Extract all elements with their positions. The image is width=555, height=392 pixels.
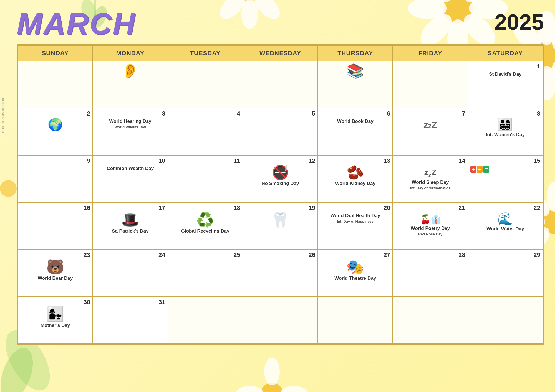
day-number: 21 <box>395 204 465 212</box>
event-icon: 👨‍👩‍👧‍👦 <box>470 118 540 131</box>
cell-0-5 <box>393 61 468 108</box>
event-label: World Oral Health Day <box>320 213 390 219</box>
cell-2-6: 15+÷= <box>468 155 543 202</box>
col-wednesday: WEDNESDAY <box>243 45 318 61</box>
day-number: 6 <box>320 110 390 117</box>
event-label: World Kidney Day <box>320 180 390 187</box>
week-row-2: 910Common Wealth Day1112🚭No Smoking Day1… <box>18 155 543 202</box>
cell-4-1: 24 <box>93 250 168 297</box>
cell-2-2: 11 <box>168 155 243 202</box>
cell-1-1: 3World Hearing DayWorld Wildlife Day <box>93 108 168 155</box>
event-label: Global Recycling Day <box>170 228 240 234</box>
event-icon: 🎭 <box>320 260 390 274</box>
day-number: 3 <box>95 110 165 117</box>
event-label: World Poetry Day <box>395 225 465 231</box>
event-icon: 🍒👔 <box>395 213 465 224</box>
col-tuesday: TUESDAY <box>168 45 243 61</box>
event-label: World Bear Day <box>20 275 90 281</box>
cell-5-2 <box>168 297 243 344</box>
day-number: 25 <box>170 251 240 259</box>
event-label: Common Wealth Day <box>95 166 165 172</box>
day-number: 18 <box>170 204 240 212</box>
cell-0-4: 📚 <box>318 61 393 108</box>
cell-0-1: 👂 <box>93 61 168 108</box>
year-title: 2025 <box>495 8 544 33</box>
week-row-4: 23🐻World Bear Day24252627🎭World Theatre … <box>18 250 543 297</box>
cell-1-3: 5 <box>243 108 318 155</box>
cell-4-2: 25 <box>168 250 243 297</box>
day-number: 28 <box>395 251 465 259</box>
cell-4-4: 27🎭World Theatre Day <box>318 250 393 297</box>
cell-0-3 <box>243 61 318 108</box>
day-number: 27 <box>320 251 390 259</box>
event-label: World Book Day <box>320 118 390 124</box>
day-number: 31 <box>95 299 165 306</box>
event-icon: 🦷 <box>245 213 315 227</box>
event-label: No Smoking Day <box>245 180 315 187</box>
event-icon: 🚭 <box>245 166 315 179</box>
day-number: 7 <box>395 110 465 117</box>
cell-1-6: 8👨‍👩‍👧‍👦Int. Women's Day <box>468 108 543 155</box>
cell-2-4: 13🫘World Kidney Day <box>318 155 393 202</box>
cell-5-4 <box>318 297 393 344</box>
col-monday: MONDAY <box>93 45 168 61</box>
cell-5-6 <box>468 297 543 344</box>
day-number: 24 <box>95 251 165 259</box>
svg-point-33 <box>236 386 264 392</box>
week-row-3: 1617🎩St. Patrick's Day18♻️Global Recycli… <box>18 202 543 250</box>
event-icon: 🫘 <box>320 166 390 179</box>
calendar-header: MARCH 2025 <box>17 6 544 43</box>
cell-0-2 <box>168 61 243 108</box>
day-number: 12 <box>245 157 315 164</box>
day-number: 11 <box>170 157 240 164</box>
event-label: World Theatre Day <box>320 275 390 281</box>
cell-3-6: 22🌊World Water Day <box>468 202 543 250</box>
event-icon: 📚 <box>320 64 390 78</box>
cell-2-1: 10Common Wealth Day <box>93 155 168 202</box>
event-label: Red Nose Day <box>395 232 465 236</box>
day-number: 29 <box>470 251 540 259</box>
cell-4-6: 29 <box>468 250 543 297</box>
event-icon: 👂 <box>95 64 165 78</box>
svg-point-30 <box>264 358 280 385</box>
day-number: 19 <box>245 204 315 212</box>
day-number: 9 <box>20 157 90 164</box>
event-label: Mother's Day <box>20 322 90 329</box>
cell-1-0: 2🌍 <box>18 108 93 155</box>
event-label: Int. Women's Day <box>470 132 540 138</box>
week-row-0: 👂📚1St David's Day <box>18 61 543 108</box>
calendar-table-wrapper: SUNDAY MONDAY TUESDAY WEDNESDAY THURSDAY… <box>17 44 544 345</box>
col-saturday: SATURDAY <box>468 45 543 61</box>
event-icon: 🐻 <box>20 260 90 274</box>
day-number: 8 <box>470 110 540 117</box>
svg-point-29 <box>261 383 283 392</box>
day-number: 1 <box>470 63 540 70</box>
sidebar-watermark: NurseriesAndSchools.org <box>0 97 6 134</box>
cell-1-2: 4 <box>168 108 243 155</box>
header-row: SUNDAY MONDAY TUESDAY WEDNESDAY THURSDAY… <box>18 45 543 61</box>
day-number: 4 <box>170 110 240 117</box>
cell-3-0: 16 <box>18 202 93 250</box>
cell-3-2: 18♻️Global Recycling Day <box>168 202 243 250</box>
event-icon: 👩‍👧 <box>20 307 90 321</box>
event-icon: +÷= <box>470 166 540 173</box>
event-label: Int. Day of Happiness <box>320 219 390 224</box>
cell-0-6: 1St David's Day <box>468 61 543 108</box>
cell-2-5: 14zzZWorld Sleep DayInt. Day of Mathemat… <box>393 155 468 202</box>
day-number: 22 <box>470 204 540 212</box>
day-number: 23 <box>20 251 90 259</box>
event-label: St David's Day <box>470 71 540 77</box>
day-number: 16 <box>20 204 90 212</box>
day-number: 13 <box>320 157 390 164</box>
event-label: World Wildlife Day <box>95 125 165 129</box>
cell-4-3: 26 <box>243 250 318 297</box>
day-number: 15 <box>470 157 540 164</box>
day-number: 10 <box>95 157 165 164</box>
event-icon: ♻️ <box>170 213 240 227</box>
month-title: MARCH <box>17 8 136 39</box>
event-icon: zzZ <box>395 118 465 130</box>
cell-3-3: 19🦷 <box>243 202 318 250</box>
cell-4-5: 28 <box>393 250 468 297</box>
cell-0-0 <box>18 61 93 108</box>
week-row-1: 2🌍3World Hearing DayWorld Wildlife Day45… <box>18 108 543 155</box>
